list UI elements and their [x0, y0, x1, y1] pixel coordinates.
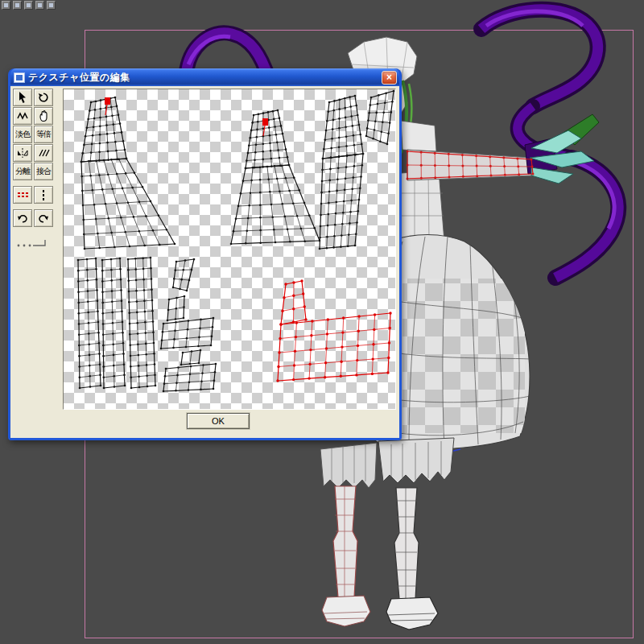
skirt-ruffles — [320, 438, 454, 488]
shear-icon — [37, 147, 50, 159]
close-button[interactable]: × — [382, 71, 397, 85]
vertex-line-tool[interactable] — [34, 186, 53, 204]
uv-island-shoes-and-parts[interactable] — [160, 258, 217, 393]
redo-tool[interactable] — [34, 209, 53, 227]
red-dashes-icon — [16, 188, 29, 201]
rotate-icon — [37, 91, 50, 104]
dialog-title: テクスチャ位置の編集 — [28, 71, 378, 85]
uv-island-dress-back[interactable] — [319, 95, 365, 250]
mirror-icon — [16, 147, 29, 159]
join-button[interactable]: 接合 — [34, 163, 53, 180]
zoom-icon — [16, 109, 29, 122]
uv-mesh-overlay — [64, 89, 395, 409]
zoom-tool[interactable] — [13, 107, 32, 125]
uv-island-legs[interactable] — [77, 257, 157, 390]
dialog-body: 淡色 等倍 分離 接合 — [10, 86, 399, 438]
leg-right — [386, 488, 438, 630]
dialog-icon — [14, 72, 25, 83]
rotate-view-tool[interactable] — [34, 89, 53, 106]
separate-button[interactable]: 分離 — [13, 163, 32, 180]
uv-island-dress-front-mid[interactable] — [230, 109, 321, 246]
app-mini-icon[interactable] — [2, 1, 10, 10]
undo-tool[interactable] — [13, 209, 32, 227]
ok-button[interactable]: OK — [187, 413, 250, 429]
shoe-left — [322, 596, 370, 626]
app-mini-icon[interactable] — [35, 1, 44, 10]
snap-guide-icon — [14, 238, 52, 250]
uv-editor-canvas[interactable] — [63, 89, 396, 410]
character-torso — [394, 121, 444, 242]
undo-icon — [16, 212, 29, 225]
uv-island-collar-piece[interactable] — [365, 90, 395, 146]
leg-left — [322, 486, 370, 626]
app-mini-toolbar — [2, 1, 56, 10]
pan-tool[interactable] — [34, 107, 53, 125]
uv-island-selected-sleeve[interactable] — [276, 279, 391, 382]
shear-tool[interactable] — [34, 144, 53, 162]
redo-icon — [37, 212, 50, 225]
red-edge-tool[interactable] — [13, 186, 32, 204]
cursor-icon — [16, 91, 29, 104]
select-tool[interactable] — [13, 89, 32, 106]
mirror-tool[interactable] — [13, 144, 32, 162]
texture-edit-dialog: テクスチャ位置の編集 × 淡色 等倍 分離 — [8, 68, 402, 440]
actual-size-button[interactable]: 等倍 — [34, 126, 53, 143]
hand-icon — [37, 109, 50, 122]
dialog-titlebar[interactable]: テクスチャ位置の編集 × — [10, 68, 399, 86]
app-mini-icon[interactable] — [47, 1, 56, 10]
app-mini-icon[interactable] — [24, 1, 33, 10]
snap-guide-tool[interactable] — [13, 237, 53, 250]
dim-colors-button[interactable]: 淡色 — [13, 126, 32, 143]
uv-island-dress-front-left[interactable] — [80, 97, 176, 250]
app-mini-icon[interactable] — [13, 1, 22, 10]
vertical-dashes-icon — [37, 188, 50, 201]
uv-tool-palette: 淡色 等倍 分離 接合 — [13, 89, 56, 250]
